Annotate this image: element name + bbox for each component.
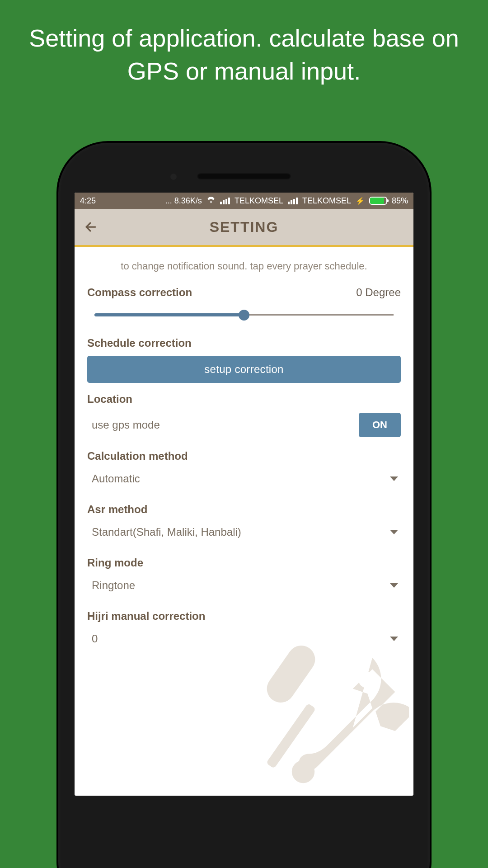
promo-headline: Setting of application. calculate base o… [0,0,488,88]
location-label: Location [87,393,401,406]
settings-content: to change notification sound. tap every … [75,247,413,796]
phone-camera [170,174,177,180]
page-title: SETTING [75,219,413,236]
notification-hint: to change notification sound. tap every … [87,258,401,286]
status-netspeed: ... 8.36K/s [165,196,202,206]
status-carrier-2: TELKOMSEL [302,196,351,206]
compass-value: 0 Degree [356,286,401,299]
status-carrier-1: TELKOMSEL [235,196,283,206]
chevron-down-icon [390,637,398,641]
signal-icon-2 [288,198,298,204]
status-bar: 4:25 ... 8.36K/s TELKOMSEL TELKOMSEL ⚡ 8… [75,193,413,209]
svg-point-3 [358,672,375,688]
hijri-label: Hijri manual correction [87,610,401,623]
hijri-select[interactable]: 0 [87,629,401,653]
screen: 4:25 ... 8.36K/s TELKOMSEL TELKOMSEL ⚡ 8… [75,193,413,796]
compass-slider[interactable] [94,304,394,326]
calc-method-value: Automatic [92,472,140,485]
phone-speaker [197,173,291,180]
gps-mode-label: use gps mode [87,419,160,431]
gps-toggle[interactable]: ON [359,413,401,437]
svg-rect-1 [266,703,316,769]
status-battery-pct: 85% [392,196,408,206]
ring-mode-label: Ring mode [87,557,401,569]
app-bar: SETTING [75,209,413,247]
calc-method-select[interactable]: Automatic [87,469,401,493]
tools-icon [246,637,409,796]
ring-mode-value: Ringtone [92,579,135,592]
compass-label: Compass correction [87,286,192,299]
back-button[interactable] [75,209,107,245]
asr-method-label: Asr method [87,503,401,516]
ring-mode-select[interactable]: Ringtone [87,576,401,600]
battery-icon [369,197,387,205]
asr-method-select[interactable]: Standart(Shafi, Maliki, Hanbali) [87,522,401,547]
chevron-down-icon [390,530,398,534]
slider-thumb[interactable] [239,310,249,321]
calc-method-label: Calculation method [87,450,401,462]
charging-icon: ⚡ [356,197,365,205]
chevron-down-icon [390,583,398,588]
signal-icon-1 [220,198,230,204]
setup-correction-button[interactable]: setup correction [87,356,401,383]
schedule-label: Schedule correction [87,337,401,349]
status-time: 4:25 [80,196,96,206]
svg-point-2 [292,760,314,783]
asr-method-value: Standart(Shafi, Maliki, Hanbali) [92,526,241,538]
phone-frame: 4:25 ... 8.36K/s TELKOMSEL TELKOMSEL ⚡ 8… [58,143,430,868]
chevron-down-icon [390,476,398,481]
hijri-value: 0 [92,632,98,645]
wifi-icon [206,196,216,206]
